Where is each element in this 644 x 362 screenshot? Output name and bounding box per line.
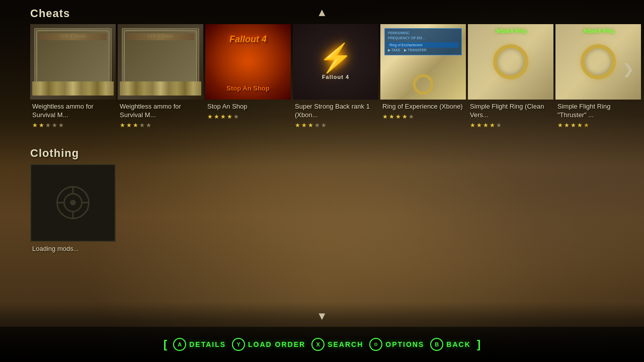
- cheats-section: Cheats CFR 5.56MM Weightless ammo for Su…: [0, 0, 644, 131]
- mod-card-clothing-loading[interactable]: Loading mods...: [30, 164, 116, 257]
- mod-thumb-ring: PERKS/MISC FREQUENCY OF EM... Ring of En…: [380, 24, 466, 100]
- mod-info-flight-ring-thruster: Simple Flight Ring "Thruster" ... ★ ★ ★ …: [555, 100, 641, 131]
- star-2: ★: [564, 122, 570, 129]
- mod-card-stop-an-shop[interactable]: Fallout 4 Stop An Shop Stop An Shop ★ ★ …: [205, 24, 291, 131]
- star-5: ★: [584, 122, 589, 129]
- load-order-button-circle: Y: [232, 338, 245, 351]
- star-3: ★: [483, 122, 489, 129]
- scroll-up-arrow[interactable]: ▲: [316, 6, 328, 19]
- star-1: ★: [382, 113, 388, 120]
- star-4: ★: [139, 122, 145, 129]
- vault-tec-icon: [55, 185, 91, 220]
- star-1: ★: [120, 122, 125, 129]
- star-5: ★: [58, 122, 64, 129]
- search-button-key: X: [316, 341, 320, 347]
- star-3: ★: [308, 122, 313, 129]
- chevron-right-arrow[interactable]: ❯: [622, 61, 634, 77]
- flight-label-clean: Jetpack Ring: [468, 28, 553, 34]
- mod-name-weightless-ammo-1: Weightless ammo for Survival M...: [32, 103, 114, 120]
- star-2: ★: [389, 113, 394, 120]
- star-1: ★: [295, 122, 300, 129]
- bottom-action-bar: [ A DETAILS Y LOAD ORDER X SEARCH ⊙ OPTI…: [0, 327, 644, 362]
- mod-card-weightless-ammo-2[interactable]: CFR 5.56MM Weightless ammo for Survival …: [118, 24, 203, 131]
- stars-weightless-ammo-2: ★ ★ ★ ★ ★: [120, 122, 201, 129]
- flight-ring-clean: [493, 44, 528, 79]
- details-button-key: A: [178, 341, 182, 347]
- stars-flight-ring-thruster: ★ ★ ★ ★ ★: [557, 122, 639, 129]
- star-3: ★: [133, 122, 138, 129]
- details-button-label: DETAILS: [189, 340, 226, 348]
- star-3: ★: [45, 122, 51, 129]
- mod-info-weightless-ammo-1: Weightless ammo for Survival M... ★ ★ ★ …: [30, 100, 116, 131]
- mod-thumb-lightning: ⚡ Fallout 4: [293, 24, 378, 100]
- mod-name-stop-an-shop: Stop An Shop: [207, 103, 289, 111]
- mod-info-stop-an-shop: Stop An Shop ★ ★ ★ ★ ★: [205, 100, 291, 122]
- clothing-section-label: Clothing: [0, 140, 644, 164]
- star-1: ★: [32, 122, 38, 129]
- back-button-label: BACK: [446, 340, 470, 348]
- stars-flight-ring-clean: ★ ★ ★ ★ ★: [470, 122, 551, 129]
- mod-info-clothing-loading: Loading mods...: [30, 242, 116, 257]
- star-4: ★: [314, 122, 320, 129]
- star-5: ★: [146, 122, 151, 129]
- mod-name-weightless-ammo-2: Weightless ammo for Survival M...: [120, 103, 201, 120]
- bracket-right: ]: [477, 338, 480, 351]
- star-4: ★: [227, 113, 232, 120]
- back-button-circle: B: [430, 338, 443, 351]
- stars-ring-of-experience: ★ ★ ★ ★ ★: [382, 113, 464, 120]
- load-order-button-key: Y: [236, 341, 240, 347]
- mod-card-ring-of-experience[interactable]: PERKS/MISC FREQUENCY OF EM... Ring of En…: [380, 24, 466, 131]
- mod-card-flight-ring-thruster[interactable]: Jetpack Ring Simple Flight Ring "Thruste…: [555, 24, 641, 131]
- search-button-circle: X: [311, 338, 325, 351]
- mod-thumb-ammo-1: CFR 5.56MM: [30, 24, 116, 100]
- details-button[interactable]: A DETAILS: [173, 338, 226, 351]
- mod-thumb-flight-clean: Jetpack Ring: [468, 24, 553, 100]
- mod-info-flight-ring-clean: Simple Flight Ring (Clean Vers... ★ ★ ★ …: [468, 100, 553, 131]
- star-2: ★: [476, 122, 482, 129]
- star-1: ★: [207, 113, 213, 120]
- star-1: ★: [557, 122, 563, 129]
- cheats-mods-row: CFR 5.56MM Weightless ammo for Survival …: [0, 24, 644, 131]
- clothing-section: Clothing Loading mo: [0, 140, 644, 257]
- stars-super-strong-back: ★ ★ ★ ★ ★: [295, 122, 376, 129]
- mod-name-ring-of-experience: Ring of Experience (Xbone): [382, 103, 464, 111]
- flight-label-thruster: Jetpack Ring: [555, 28, 641, 34]
- clothing-mods-row: Loading mods...: [0, 164, 644, 257]
- star-2: ★: [39, 122, 44, 129]
- clothing-loading-thumb: [30, 164, 116, 242]
- mod-info-super-strong-back: Super Strong Back rank 1 (Xbon... ★ ★ ★ …: [293, 100, 378, 131]
- flight-ring-thruster: [581, 44, 616, 79]
- scroll-down-arrow[interactable]: ▼: [316, 310, 328, 323]
- search-button-label: SEARCH: [328, 340, 363, 348]
- search-button[interactable]: X SEARCH: [311, 338, 363, 351]
- load-order-button[interactable]: Y LOAD ORDER: [232, 338, 305, 351]
- options-button-circle: ⊙: [369, 338, 382, 351]
- star-1: ★: [470, 122, 475, 129]
- mod-thumb-shop: Fallout 4 Stop An Shop: [205, 24, 291, 100]
- mod-name-flight-ring-clean: Simple Flight Ring (Clean Vers...: [470, 103, 551, 120]
- mod-name-super-strong-back: Super Strong Back rank 1 (Xbon...: [295, 103, 376, 120]
- options-button-label: OPTIONS: [385, 340, 424, 348]
- options-button[interactable]: ⊙ OPTIONS: [369, 338, 424, 351]
- mod-card-flight-ring-clean[interactable]: Jetpack Ring Simple Flight Ring (Clean V…: [468, 24, 553, 131]
- mod-name-flight-ring-thruster: Simple Flight Ring "Thruster" ...: [557, 103, 639, 120]
- back-button[interactable]: B BACK: [430, 338, 470, 351]
- star-4: ★: [52, 122, 57, 129]
- star-5: ★: [233, 113, 239, 120]
- back-button-key: B: [435, 341, 439, 347]
- star-5: ★: [321, 122, 327, 129]
- stars-weightless-ammo-1: ★ ★ ★ ★ ★: [32, 122, 114, 129]
- star-3: ★: [395, 113, 401, 120]
- star-2: ★: [214, 113, 219, 120]
- mod-card-super-strong-back[interactable]: ⚡ Fallout 4 Super Strong Back rank 1 (Xb…: [293, 24, 378, 131]
- star-4: ★: [490, 122, 495, 129]
- star-3: ★: [220, 113, 226, 120]
- mod-card-weightless-ammo-1[interactable]: CFR 5.56MM Weightless ammo for Survival …: [30, 24, 116, 131]
- stars-stop-an-shop: ★ ★ ★ ★ ★: [207, 113, 289, 120]
- star-5: ★: [409, 113, 414, 120]
- mod-name-clothing-loading: Loading mods...: [32, 245, 114, 253]
- star-2: ★: [126, 122, 132, 129]
- star-4: ★: [402, 113, 408, 120]
- load-order-button-label: LOAD ORDER: [248, 340, 305, 348]
- star-2: ★: [301, 122, 307, 129]
